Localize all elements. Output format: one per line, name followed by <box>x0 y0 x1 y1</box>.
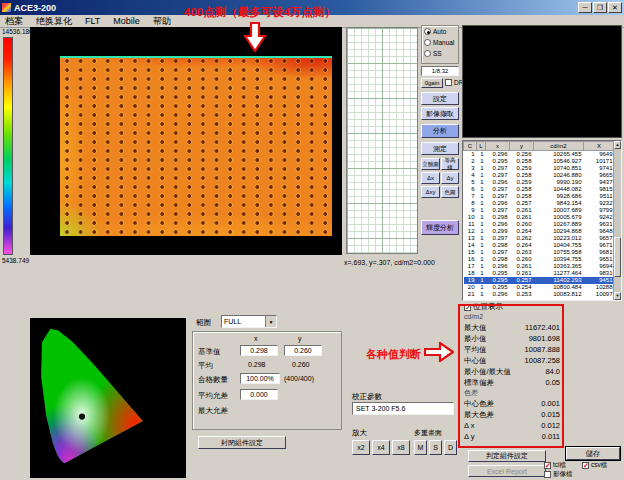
table-cell: 9671 <box>584 242 615 249</box>
menu-item-1[interactable]: 绝换算化 <box>36 15 72 28</box>
radio-ss[interactable]: SS <box>422 48 458 59</box>
reference-x-input[interactable]: 0.298 <box>240 345 278 356</box>
table-header-row: CLxycd/m2X <box>464 142 615 151</box>
table-cell: 9437 <box>584 179 615 186</box>
menu-item-0[interactable]: 档案 <box>5 15 23 28</box>
color-map-button[interactable]: 色圖 <box>441 186 459 198</box>
table-row[interactable]: 910.2970.26110007.6899799 <box>464 207 615 214</box>
maximize-button[interactable]: ❐ <box>593 2 607 13</box>
table-row[interactable]: 210.2950.25810546.92710171 <box>464 158 615 165</box>
table-cell: 0.262 <box>510 235 534 242</box>
table-row[interactable]: 410.2970.25810246.8809665 <box>464 172 615 179</box>
zoom-x2-button[interactable]: x2 <box>352 440 370 455</box>
radio-auto[interactable]: Auto <box>422 26 458 37</box>
zoom-x4-button[interactable]: x4 <box>372 440 390 455</box>
table-cell: 3 <box>464 165 477 172</box>
range-select[interactable]: FULL ▼ <box>221 315 277 328</box>
stat-row: 最小值/最大值84.0 <box>464 366 560 377</box>
gain-button[interactable]: 0gain <box>421 78 443 88</box>
menu-item-2[interactable]: FLT <box>85 16 100 26</box>
stat-row: 標準偏差0.05 <box>464 377 560 388</box>
analyze-button[interactable]: 分析 <box>421 124 459 138</box>
close-button[interactable]: ✕ <box>608 2 622 13</box>
delta-x-button[interactable]: Δx <box>421 172 440 184</box>
table-row[interactable]: 1610.2980.26010394.7559651 <box>464 256 615 263</box>
table-row[interactable]: 1010.2980.26110005.6799242 <box>464 214 615 221</box>
stat-row: 最大色差0.015 <box>464 409 560 420</box>
table-cell: 0.296 <box>486 221 510 228</box>
table-cell: 0.261 <box>510 214 534 221</box>
calibration-value: SET 3-200 F5.6 <box>352 402 454 415</box>
judge-settings-button[interactable]: 判定組件設定 <box>468 450 546 462</box>
table-row[interactable]: 1510.2970.26310755.9589681 <box>464 249 615 256</box>
menu-item-4[interactable]: 帮助 <box>153 15 171 28</box>
delta-xy-button[interactable]: Δxy <box>421 186 440 198</box>
colorbar <box>3 37 13 255</box>
multi-view-s-button[interactable]: S <box>429 440 442 455</box>
table-row[interactable]: 110.2960.25610265.4559649 <box>464 151 615 159</box>
table-cell: 8 <box>464 200 477 207</box>
table-cell: 1 <box>477 151 486 159</box>
luminance-stats-header: cd/m2 <box>464 312 560 322</box>
stat-value: 0.05 <box>545 377 560 388</box>
measure-button[interactable]: 測定 <box>421 142 459 155</box>
measurement-table[interactable]: CLxycd/m2X 110.2960.25610265.4559649210.… <box>462 140 622 301</box>
scroll-up-icon[interactable]: ▲ <box>614 141 621 149</box>
settings-button[interactable]: 設定 <box>421 92 459 105</box>
table-cell: 0.295 <box>486 277 510 284</box>
table-cell: 10223.012 <box>534 235 584 242</box>
table-cell: 9649 <box>584 151 615 159</box>
avg-tolerance-input[interactable]: 0.000 <box>240 389 278 400</box>
export-check-0[interactable]: ✓tcl檔 <box>544 461 582 470</box>
table-row[interactable]: 710.2970.2589928.6869511 <box>464 193 615 200</box>
table-scrollbar[interactable]: ▲ ▼ <box>613 141 621 300</box>
table-cell: 0.296 <box>486 291 510 298</box>
solid-view-button[interactable]: 立體圖 <box>421 158 440 170</box>
table-row[interactable]: 810.2960.2579843.1549232 <box>464 200 615 207</box>
multi-view-m-button[interactable]: M <box>414 440 427 455</box>
heatmap-image[interactable] <box>60 56 332 236</box>
window-title: ACE3-200 <box>14 3 56 13</box>
delta-y-button[interactable]: Δy <box>441 172 459 184</box>
table-cell: 10005.679 <box>534 214 584 221</box>
contour-button[interactable]: 等高線 <box>441 158 459 170</box>
table-cell: 0.296 <box>486 263 510 270</box>
closed-component-settings-button[interactable]: 封閉組件設定 <box>198 436 286 449</box>
table-cell: 16 <box>464 256 477 263</box>
table-row[interactable]: 1410.2980.26410404.7559671 <box>464 242 615 249</box>
image-capture-button[interactable]: 影像撷取 <box>421 107 459 120</box>
excel-report-button[interactable]: Excel Report <box>468 465 546 477</box>
dr-checkbox[interactable]: DR <box>445 79 463 86</box>
chevron-down-icon[interactable]: ▼ <box>265 316 276 327</box>
luminance-analysis-button[interactable]: 輝度分析 <box>421 220 459 235</box>
titlebar[interactable]: ACE3-200 ─ ❐ ✕ <box>0 0 624 15</box>
average-y-value: 0.260 <box>292 361 310 368</box>
scroll-down-icon[interactable]: ▼ <box>614 292 621 300</box>
save-button[interactable]: 儲存 <box>566 447 620 460</box>
multi-view-d-button[interactable]: D <box>444 440 457 455</box>
export-check-2[interactable]: 影像檔 <box>544 470 582 479</box>
table-row[interactable]: 610.2970.25810448.0829815 <box>464 186 615 193</box>
minimize-button[interactable]: ─ <box>578 2 592 13</box>
table-row[interactable]: 1110.2960.26010267.8899631 <box>464 221 615 228</box>
stat-value: 11672.401 <box>525 322 560 333</box>
position-display-checkbox[interactable]: ✓ 位置表示 <box>464 302 503 312</box>
zoom-x8-button[interactable]: x8 <box>392 440 410 455</box>
table-row[interactable]: 1910.2950.25711402.2939451 <box>464 277 615 284</box>
reference-y-input[interactable]: 0.260 <box>284 345 322 356</box>
table-row[interactable]: 2110.2960.25310083.81210097 <box>464 291 615 298</box>
radio-manual[interactable]: Manual <box>422 37 458 48</box>
table-row[interactable]: 510.2960.2599990.1909437 <box>464 179 615 186</box>
export-check-1[interactable]: ✓csv檔 <box>582 461 620 470</box>
heatmap-panel[interactable] <box>30 27 342 255</box>
table-row[interactable]: 1810.2950.26111277.4649831 <box>464 270 615 277</box>
scrollbar-thumb[interactable] <box>614 237 621 277</box>
stat-value: 0.015 <box>541 409 560 420</box>
table-row[interactable]: 2010.2950.25410800.48410288 <box>464 284 615 291</box>
radio-label: SS <box>433 50 442 57</box>
table-row[interactable]: 1710.2960.26110363.3659694 <box>464 263 615 270</box>
table-row[interactable]: 1310.2970.26210223.0129657 <box>464 235 615 242</box>
table-row[interactable]: 1210.2990.26410294.8689648 <box>464 228 615 235</box>
menu-item-3[interactable]: Mobile <box>113 16 140 26</box>
table-row[interactable]: 310.2970.25910740.8519741 <box>464 165 615 172</box>
